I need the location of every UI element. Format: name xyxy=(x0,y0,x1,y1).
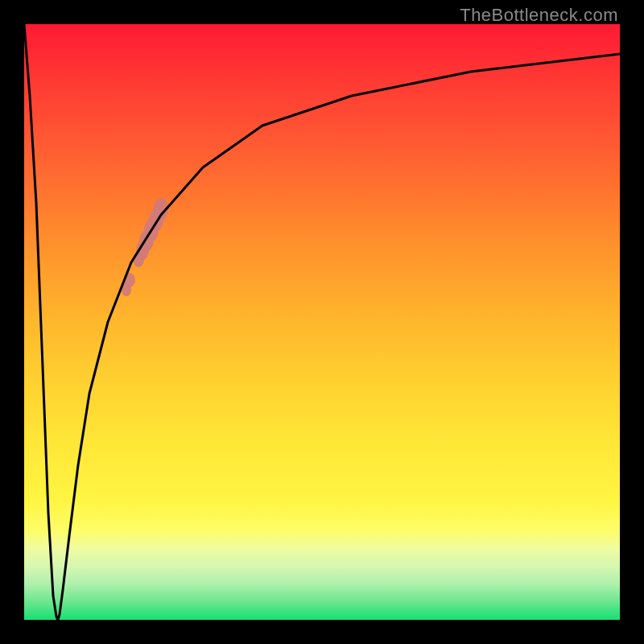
highlight-dot xyxy=(149,208,163,231)
chart-frame: TheBottleneck.com xyxy=(0,0,644,644)
highlight-blob-group xyxy=(122,198,168,296)
plot-gradient-background xyxy=(24,24,620,620)
highlight-dot xyxy=(136,241,149,260)
highlight-dot xyxy=(144,219,159,242)
highlight-dot xyxy=(133,251,144,267)
highlight-dot xyxy=(122,283,131,296)
highlight-dot xyxy=(154,198,168,221)
bottleneck-curve-path xyxy=(24,24,620,620)
attribution-watermark: TheBottleneck.com xyxy=(460,5,618,26)
chart-svg xyxy=(24,24,620,620)
highlight-dot xyxy=(139,230,154,251)
highlight-dot xyxy=(124,273,135,287)
